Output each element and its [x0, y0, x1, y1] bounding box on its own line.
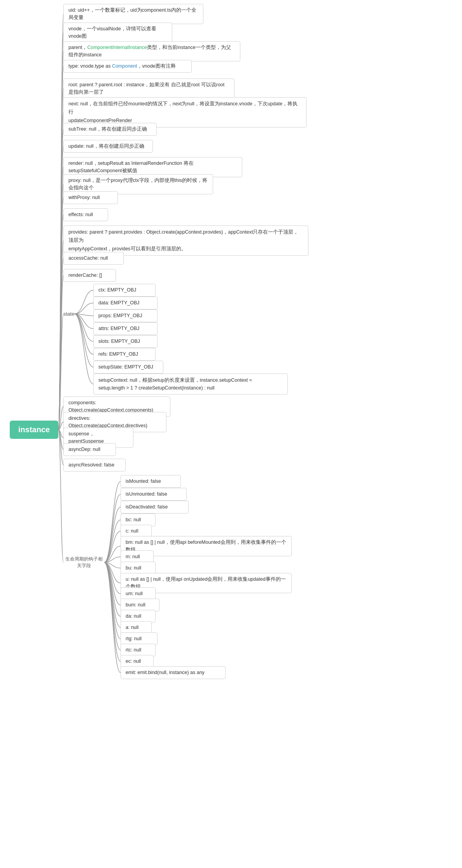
node-setupState: setupState: EMPTY_OBJ	[93, 361, 163, 374]
node-uid: uid: uid++，一个数量标记，uid为component.ts内的一个全局…	[63, 4, 203, 24]
node-asyncDep: asyncDep: null	[63, 443, 116, 456]
node-withProxy: withProxy: null	[63, 191, 118, 204]
node-slots: slots: EMPTY_OBJ	[93, 335, 158, 348]
node-a: a: null	[121, 621, 152, 634]
node-asyncResolved: asyncResolved: false	[63, 459, 126, 472]
node-m: m: null	[121, 550, 154, 563]
node-bum: bum: null	[121, 599, 159, 611]
node-bu: bu: null	[121, 562, 156, 575]
node-setupContext: setupContext: null，根据setup的长度来设置，instanc…	[93, 374, 288, 395]
node-da: da: null	[121, 610, 156, 623]
node-root: root: parent ? parent.root : instance，如果…	[63, 79, 234, 99]
node-bc: bc: null	[121, 513, 156, 526]
node-props: props: EMPTY_OBJ	[93, 309, 158, 322]
node-renderCache: renderCache: []	[63, 269, 116, 282]
node-accessCache: accessCache: null	[63, 252, 124, 265]
node-update: update: null，将在创建后同步正确	[63, 140, 153, 153]
lifecycle-label: 生命周期的钩子相关字段	[63, 556, 104, 569]
node-ctx: ctx: EMPTY_OBJ	[93, 284, 156, 297]
node-rtg: rtg: null	[121, 632, 158, 645]
node-isMounted: isMounted: false	[121, 475, 181, 488]
node-rtc: rtc: null	[121, 644, 156, 657]
state-label: state	[63, 311, 74, 317]
node-data: data: EMPTY_OBJ	[93, 297, 158, 309]
node-isUnmounted: isUnmounted: false	[121, 488, 187, 501]
node-isDeactivated: isDeactivated: false	[121, 501, 189, 513]
node-vnode: vnode，一个visualNode，详情可以查看vnode图	[63, 23, 172, 43]
node-subTree: subTree: null，将在创建后同步正确	[63, 123, 157, 136]
node-effects: effects: null	[63, 208, 108, 221]
diagram-container: instance uid: uid++，一个数量标记，uid为component…	[0, 0, 462, 868]
node-provides: provides: parent ? parent.provides : Obj…	[63, 225, 308, 256]
node-c: c: null	[121, 525, 152, 538]
root-node: instance	[10, 421, 58, 439]
node-ec: ec: null	[121, 655, 154, 668]
node-parent: parent，ComponentInternalInstance类型，和当前in…	[63, 41, 240, 61]
node-attrs: attrs: EMPTY_OBJ	[93, 322, 158, 335]
node-type: type: vnode.type as Component，vnode图有注释	[63, 60, 192, 73]
node-emit: emit: emit.bind(null, instance) as any	[121, 666, 226, 679]
node-refs: refs: EMPTY_OBJ	[93, 348, 156, 361]
node-um: um: null	[121, 587, 156, 600]
